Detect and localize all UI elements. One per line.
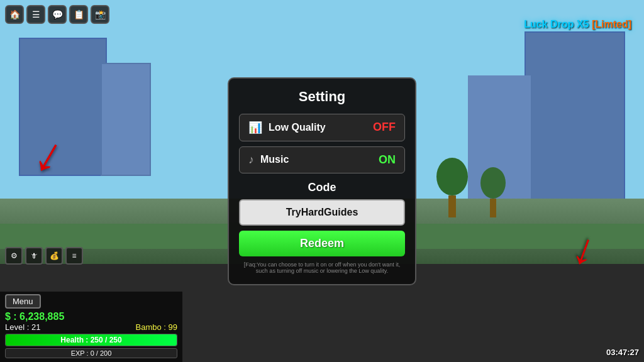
music-left: ♪ Music: [248, 153, 289, 167]
low-quality-icon: 📊: [248, 121, 262, 134]
music-label: Music: [260, 154, 289, 165]
settings-modal: Setting 📊 Low Quality OFF ♪ Music ON Cod…: [228, 77, 416, 285]
low-quality-toggle[interactable]: OFF: [373, 121, 396, 134]
modal-overlay: Setting 📊 Low Quality OFF ♪ Music ON Cod…: [0, 0, 644, 362]
redeem-button[interactable]: Redeem: [239, 231, 405, 256]
low-quality-left: 📊 Low Quality: [248, 121, 326, 134]
music-toggle[interactable]: ON: [379, 153, 396, 167]
modal-title: Setting: [239, 89, 405, 105]
faq-text: [Faq:You can choose to turn it on or off…: [239, 261, 405, 274]
music-row[interactable]: ♪ Music ON: [239, 146, 405, 173]
code-section: Code Redeem [Faq:You can choose to turn …: [239, 181, 405, 274]
low-quality-row[interactable]: 📊 Low Quality OFF: [239, 114, 405, 141]
music-icon: ♪: [248, 153, 254, 167]
code-label: Code: [239, 181, 405, 194]
low-quality-label: Low Quality: [269, 122, 326, 133]
code-input[interactable]: [239, 199, 405, 226]
